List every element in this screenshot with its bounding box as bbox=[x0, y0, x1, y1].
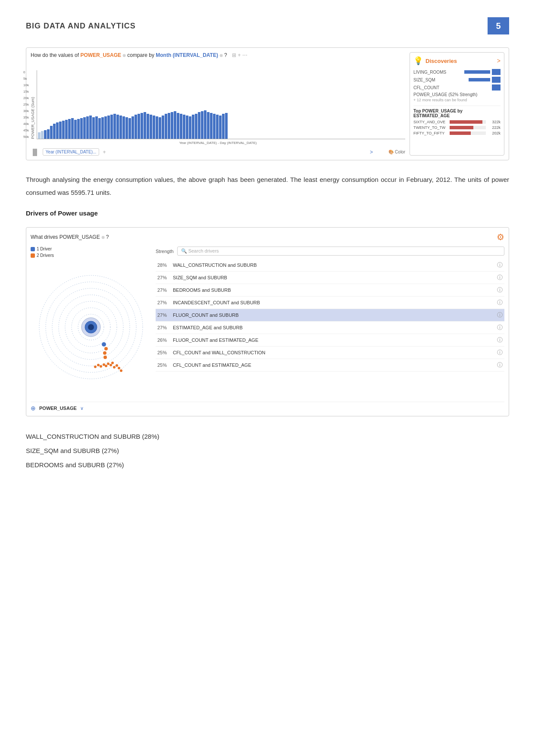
dot-orange-3 bbox=[105, 365, 107, 367]
summary-item-1: SIZE_SQM and SUBURB (27%) bbox=[26, 444, 509, 458]
discovery-bar-1 bbox=[464, 70, 490, 74]
dot-orange-5 bbox=[103, 363, 105, 366]
drivers-bottom-bar: ⊕ POWER_USAGE ∨ bbox=[31, 402, 504, 412]
chart-question-mid: compare by bbox=[127, 52, 154, 58]
bar-item bbox=[128, 118, 131, 139]
dot-orange-4 bbox=[111, 362, 114, 364]
chart-question: How do the values of POWER_USAGE ⊗ compa… bbox=[31, 52, 405, 58]
bar-item bbox=[162, 116, 164, 139]
discoveries-panel: 💡 Discoveries > LIVING_ROOMS SIZE_SQM bbox=[410, 52, 504, 156]
legend-label-2: 2 Drivers bbox=[37, 253, 54, 258]
bar-item bbox=[95, 116, 98, 139]
driver-info-icon-7[interactable]: ⓘ bbox=[497, 349, 503, 356]
driver-info-icon-5[interactable]: ⓘ bbox=[497, 324, 503, 331]
discovery-power-label: POWER_USAGE (52% Strength) bbox=[413, 92, 501, 97]
chart-x-icon2[interactable]: ⊗ bbox=[219, 53, 224, 58]
driver-pct-0: 28% bbox=[157, 262, 173, 268]
driver-label-8: CFL_COUNT and ESTIMATED_AGE bbox=[173, 362, 497, 368]
driver-info-icon-8[interactable]: ⓘ bbox=[497, 361, 503, 369]
add-field-icon[interactable]: + bbox=[103, 149, 106, 155]
dot-orange-7 bbox=[113, 366, 116, 369]
driver-info-icon-0[interactable]: ⓘ bbox=[497, 261, 503, 269]
chart-nav-arrow[interactable]: > bbox=[370, 149, 373, 155]
bars-area: 50k 45k 40k 35k 30k 25k 20k 15k 10k 5k 0 bbox=[37, 70, 405, 139]
discoveries-bulb-icon: 💡 bbox=[413, 56, 423, 66]
search-icon: 🔍 bbox=[181, 248, 187, 253]
bar-item bbox=[77, 119, 80, 139]
bar-item bbox=[44, 130, 47, 139]
dot-orange-1 bbox=[107, 362, 110, 365]
bar-item bbox=[125, 117, 128, 139]
bar-item bbox=[183, 115, 185, 139]
bar-item bbox=[210, 113, 213, 139]
bar-item bbox=[171, 112, 173, 139]
driver-label-6: FLUOR_COUNT and ESTIMATED_AGE bbox=[173, 337, 497, 343]
driver-row-4[interactable]: 27% FLUOR_COUNT and SUBURB ⓘ bbox=[156, 309, 504, 322]
drivers-x-icon[interactable]: ⊗ bbox=[101, 235, 106, 240]
discovery-item-3: CFL_COUNT bbox=[413, 84, 501, 91]
driver-row-3[interactable]: 27% INCANDESCENT_COUNT and SUBURB ⓘ bbox=[156, 297, 504, 309]
driver-info-icon-1[interactable]: ⓘ bbox=[497, 274, 503, 281]
bar-item bbox=[189, 116, 191, 139]
bar-item bbox=[38, 132, 41, 139]
driver-row-6[interactable]: 26% FLUOR_COUNT and ESTIMATED_AGE ⓘ bbox=[156, 334, 504, 347]
discoveries-expand-arrow[interactable]: > bbox=[497, 57, 501, 64]
driver-label-2: BEDROOMS and SUBURB bbox=[173, 287, 497, 293]
bar-item bbox=[41, 131, 44, 139]
driver-row-2[interactable]: 27% BEDROOMS and SUBURB ⓘ bbox=[156, 284, 504, 297]
concentric-visualization bbox=[31, 260, 151, 398]
driver-row-5[interactable]: 27% ESTIMATED_AGE and SUBURB ⓘ bbox=[156, 322, 504, 334]
page-header: BIG DATA AND ANALYTICS 5 bbox=[26, 17, 509, 34]
chart-x-icon[interactable]: ⊗ bbox=[122, 53, 127, 58]
discovery-thumb-1 bbox=[492, 69, 501, 75]
driver-info-icon-3[interactable]: ⓘ bbox=[497, 299, 503, 306]
drivers-question-text: What drives POWER_USAGE bbox=[31, 234, 100, 240]
driver-pct-6: 26% bbox=[157, 337, 173, 343]
bar-item bbox=[168, 113, 170, 139]
bar-item bbox=[213, 114, 216, 139]
discovery-thumb-2 bbox=[492, 77, 501, 83]
driver-row-1[interactable]: 27% SIZE_SQM and SUBURB ⓘ bbox=[156, 272, 504, 284]
bar-item bbox=[174, 111, 176, 139]
center-ring-inner bbox=[88, 324, 94, 330]
drivers-bottom-icon[interactable]: ⊕ bbox=[31, 405, 36, 412]
drivers-header-icons: ⚙ bbox=[497, 232, 504, 242]
bar-item bbox=[201, 111, 203, 139]
chart-left: How do the values of POWER_USAGE ⊗ compa… bbox=[31, 52, 405, 156]
bar-item bbox=[153, 116, 155, 139]
legend-label-1: 1 Driver bbox=[37, 247, 52, 251]
bar-item bbox=[141, 113, 143, 139]
driver-row-7[interactable]: 25% CFL_COUNT and WALL_CONSTRUCTION ⓘ bbox=[156, 347, 504, 359]
bar-item bbox=[116, 115, 119, 139]
driver-pct-5: 27% bbox=[157, 325, 173, 330]
bar-item bbox=[186, 116, 188, 139]
driver-row-0[interactable]: 28% WALL_CONSTRUCTION and SUBURB ⓘ bbox=[156, 259, 504, 272]
bar-item bbox=[86, 116, 89, 139]
bar-item bbox=[110, 115, 113, 139]
driver-info-icon-4[interactable]: ⓘ bbox=[497, 311, 503, 319]
drivers-bottom-dropdown-icon[interactable]: ∨ bbox=[80, 406, 84, 411]
bar-item bbox=[68, 119, 71, 139]
drivers-bottom-label: POWER_USAGE bbox=[39, 406, 77, 411]
driver-label-7: CFL_COUNT and WALL_CONSTRUCTION bbox=[173, 350, 497, 355]
chart-field1: POWER_USAGE bbox=[80, 52, 121, 58]
driver-info-icon-2[interactable]: ⓘ bbox=[497, 286, 503, 294]
dot-orange-small-3 bbox=[103, 356, 107, 359]
drivers-search-input[interactable]: 🔍 Search drivers bbox=[177, 247, 504, 256]
body-paragraph: Through analysing the energy consumption… bbox=[26, 173, 509, 199]
driver-row-8[interactable]: 25% CFL_COUNT and ESTIMATED_AGE ⓘ bbox=[156, 359, 504, 372]
drivers-chart-container: What drives POWER_USAGE ⊗ ? ⚙ 1 Driver bbox=[26, 227, 509, 416]
bar-item bbox=[156, 116, 158, 139]
drivers-settings-icon[interactable]: ⚙ bbox=[497, 232, 504, 242]
bar-item bbox=[225, 113, 228, 139]
discovery-item-1: LIVING_ROOMS bbox=[413, 69, 501, 75]
driver-info-icon-6[interactable]: ⓘ bbox=[497, 336, 503, 344]
chart-dropdown[interactable]: Year (INTERVAL_DATE)... bbox=[43, 148, 99, 156]
bar-item bbox=[119, 116, 122, 139]
page-number: 5 bbox=[488, 17, 509, 34]
chart-question-end: ? bbox=[224, 52, 227, 58]
color-button[interactable]: 🎨 Color bbox=[388, 150, 405, 154]
bar-item bbox=[131, 116, 134, 139]
bar-item bbox=[144, 112, 146, 139]
bar-item bbox=[138, 114, 140, 139]
